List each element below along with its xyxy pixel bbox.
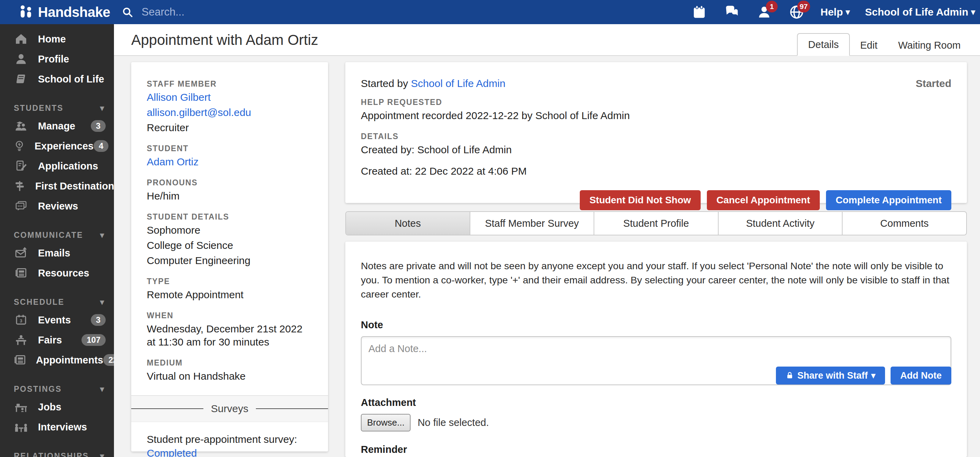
count-badge: 22: [103, 354, 114, 366]
tab-notes[interactable]: Notes: [346, 212, 470, 235]
sidebar-item-profile[interactable]: Profile: [0, 49, 114, 69]
svg-text:3: 3: [20, 318, 22, 324]
reminder-label: Reminder: [361, 444, 951, 455]
sidebar-item-fairs[interactable]: Fairs 107: [0, 330, 114, 350]
reviews-icon: [13, 200, 29, 213]
search-input[interactable]: [141, 6, 336, 19]
desk-icon: [13, 400, 29, 414]
chevron-down-icon: ▾: [100, 297, 104, 308]
newspaper-icon: [13, 266, 29, 280]
appointment-status-card: Started by School of Life Admin Started …: [345, 62, 967, 203]
tab-comments[interactable]: Comments: [843, 212, 966, 235]
chevron-down-icon: ▾: [971, 7, 975, 17]
tab-student-profile[interactable]: Student Profile: [594, 212, 719, 235]
sidebar-item-school[interactable]: School of Life: [0, 69, 114, 89]
sidebar-section-postings[interactable]: POSTINGS ▾: [0, 381, 114, 397]
tab-staff-member-survey[interactable]: Staff Member Survey: [470, 212, 595, 235]
sidebar-item-events[interactable]: 3 Events 3: [0, 310, 114, 330]
sidebar-item-applications[interactable]: Applications: [0, 156, 114, 176]
student-detail-college: College of Science: [147, 239, 312, 252]
sidebar-item-resources[interactable]: Resources: [0, 263, 114, 283]
sidebar-section-schedule[interactable]: SCHEDULE ▾: [0, 294, 114, 310]
sidebar-item-reviews[interactable]: Reviews: [0, 196, 114, 216]
pronouns-caption: PRONOUNS: [147, 178, 312, 187]
tab-details[interactable]: Details: [797, 33, 850, 56]
started-by: Started by School of Life Admin: [361, 78, 506, 89]
messages-icon[interactable]: [723, 3, 740, 21]
notification-badge: 1: [766, 1, 778, 13]
sidebar-item-home[interactable]: Home: [0, 29, 114, 49]
note-actions: Share with Staff ▾ Add Note: [776, 367, 951, 384]
created-at-text: Created at: 22 Dec 2022 at 4:06 PM: [361, 165, 951, 177]
no-file-text: No file selected.: [417, 417, 488, 428]
divider-line: [256, 408, 328, 409]
type-value: Remote Appointment: [147, 288, 312, 301]
appointments-icon: [13, 353, 27, 367]
contacts-icon[interactable]: 1: [756, 3, 773, 21]
chevron-down-icon: ▾: [846, 7, 850, 17]
when-caption: WHEN: [147, 311, 312, 320]
sidebar-section-communicate[interactable]: COMMUNICATE ▾: [0, 227, 114, 243]
count-badge: 4: [94, 140, 108, 152]
signpost-icon: [13, 179, 26, 193]
calendar-event-icon: 3: [13, 313, 29, 327]
lock-icon: [786, 371, 794, 380]
share-with-staff-button[interactable]: Share with Staff ▾: [776, 367, 885, 384]
global-search: [122, 0, 336, 24]
student-name-link[interactable]: Adam Ortiz: [147, 156, 199, 167]
surveys-title: Surveys: [211, 403, 248, 414]
count-badge: 3: [91, 120, 106, 132]
chevron-down-icon: ▾: [100, 230, 104, 241]
sidebar-item-jobs[interactable]: Jobs: [0, 397, 114, 417]
tab-student-activity[interactable]: Student Activity: [719, 212, 843, 235]
student-did-not-show-button[interactable]: Student Did Not Show: [580, 190, 701, 210]
interview-icon: [13, 419, 29, 435]
notification-badge: 97: [797, 1, 810, 13]
browse-button[interactable]: Browse...: [361, 414, 410, 432]
account-menu[interactable]: School of Life Admin▾: [865, 6, 975, 18]
handshake-logo[interactable]: Handshake: [18, 4, 110, 20]
status-badge: Started: [916, 78, 951, 89]
sidebar-item-appointments[interactable]: Appointments 22: [0, 350, 114, 370]
page-header: Appointment with Adam Ortiz Details Edit…: [114, 24, 980, 56]
staff-email-link[interactable]: allison.gilbert@sol.edu: [147, 107, 251, 118]
chevron-down-icon: ▾: [100, 384, 104, 395]
complete-appointment-button[interactable]: Complete Appointment: [826, 190, 951, 210]
tab-edit[interactable]: Edit: [850, 35, 888, 56]
staff-member-caption: STAFF MEMBER: [147, 79, 312, 89]
help-menu[interactable]: Help▾: [821, 6, 850, 18]
student-detail-year: Sophomore: [147, 224, 312, 237]
header-tabs: Details Edit Waiting Room: [797, 33, 971, 56]
type-caption: TYPE: [147, 277, 312, 286]
tab-waiting-room[interactable]: Waiting Room: [888, 35, 971, 56]
sidebar-item-experiences[interactable]: Experiences 4: [0, 136, 114, 156]
lightbulb-icon: [13, 140, 25, 152]
sidebar-section-relationships[interactable]: RELATIONSHIPS ▾: [0, 448, 114, 457]
attachment-label: Attachment: [361, 397, 951, 408]
details-caption: DETAILS: [361, 132, 951, 141]
count-badge: 3: [91, 314, 106, 326]
survey-pre-link[interactable]: Completed: [147, 447, 197, 457]
sidebar: Home Profile School of Life STUDENTS ▾ M…: [0, 24, 114, 457]
add-note-button[interactable]: Add Note: [891, 367, 951, 384]
sidebar-item-first-destination[interactable]: First Destination: [0, 176, 114, 196]
staff-name-link[interactable]: Allison Gilbert: [147, 92, 211, 103]
home-icon: [13, 32, 29, 46]
fair-booth-icon: [13, 333, 29, 347]
globe-icon[interactable]: 97: [788, 3, 805, 21]
search-icon: [122, 6, 133, 18]
started-by-link[interactable]: School of Life Admin: [411, 78, 506, 89]
student-detail-major: Computer Engineering: [147, 254, 312, 267]
document-icon: [13, 159, 29, 173]
cancel-appointment-button[interactable]: Cancel Appointment: [707, 190, 820, 210]
surveys-divider: Surveys: [131, 395, 328, 422]
notes-privacy-description: Notes are private and will not be seen b…: [361, 259, 951, 301]
chevron-down-icon: ▾: [100, 451, 104, 457]
content-tab-strip: Notes Staff Member Survey Student Profil…: [345, 211, 967, 235]
divider-line: [131, 408, 204, 409]
sidebar-section-students[interactable]: STUDENTS ▾: [0, 100, 114, 116]
sidebar-item-interviews[interactable]: Interviews: [0, 417, 114, 437]
sidebar-item-manage[interactable]: Manage 3: [0, 116, 114, 136]
calendar-icon[interactable]: [690, 3, 708, 21]
sidebar-item-emails[interactable]: Emails: [0, 243, 114, 263]
